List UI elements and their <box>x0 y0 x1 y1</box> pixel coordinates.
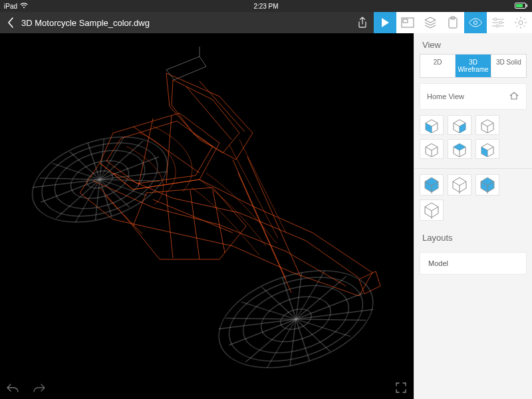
clipboard-tool[interactable] <box>442 12 464 33</box>
svg-point-7 <box>473 21 477 24</box>
app-topbar: 3D Motorcycle Sample_color.dwg <box>0 12 532 33</box>
back-button[interactable] <box>0 17 21 28</box>
redo-button[interactable] <box>32 380 47 395</box>
home-view-label: Home View <box>427 92 464 100</box>
gear-icon <box>514 16 527 29</box>
svg-line-48 <box>190 190 200 259</box>
svg-line-39 <box>225 277 366 361</box>
fullscreen-button[interactable] <box>394 380 408 395</box>
svg-rect-4 <box>403 19 408 23</box>
svg-line-41 <box>186 86 231 140</box>
cube-face-back[interactable] <box>475 115 499 135</box>
eye-icon <box>468 18 483 27</box>
iso-preset-1[interactable] <box>420 174 444 196</box>
layouts-section-title: Layouts <box>414 226 532 247</box>
undo-button[interactable] <box>5 380 20 395</box>
view-panel: View 2D 3D Wireframe 3D Solid Home View <box>414 33 532 399</box>
cube-face-left[interactable] <box>420 139 444 159</box>
model-canvas[interactable] <box>0 33 414 399</box>
device-label: iPad <box>4 3 17 10</box>
svg-point-8 <box>494 18 497 21</box>
battery-icon <box>515 3 528 10</box>
document-title: 3D Motorcycle Sample_color.dwg <box>21 18 150 28</box>
clipboard-icon <box>448 16 458 29</box>
cube-face-bottom[interactable] <box>475 139 499 159</box>
iso-preset-2[interactable] <box>448 174 471 196</box>
wifi-icon <box>20 3 28 10</box>
svg-point-11 <box>519 21 523 25</box>
wireframe-rendering <box>0 33 414 399</box>
sliders-tool[interactable] <box>487 12 509 33</box>
home-view-button[interactable]: Home View <box>420 83 527 110</box>
svg-rect-2 <box>527 4 528 7</box>
view-section-title: View <box>414 33 532 54</box>
fullscreen-icon <box>395 382 407 394</box>
viewport-tool[interactable] <box>396 12 419 33</box>
undo-icon <box>6 383 19 392</box>
svg-line-47 <box>166 193 173 258</box>
sliders-icon <box>491 17 505 28</box>
chevron-left-icon <box>7 17 14 28</box>
iso-preset-grid <box>414 169 532 226</box>
share-icon <box>357 17 368 29</box>
ios-statusbar: iPad 2:23 PM <box>0 0 532 12</box>
iso-preset-3[interactable] <box>475 174 499 196</box>
view-mode-segmented: 2D 3D Wireframe 3D Solid <box>420 54 527 78</box>
cube-face-front[interactable] <box>420 115 444 135</box>
play-button[interactable] <box>374 12 396 33</box>
cube-face-right[interactable] <box>448 115 471 135</box>
layers-tool[interactable] <box>419 12 442 33</box>
settings-tool[interactable] <box>509 12 532 33</box>
svg-line-46 <box>153 200 233 233</box>
svg-rect-1 <box>516 4 523 7</box>
cube-face-grid <box>414 110 532 164</box>
share-button[interactable] <box>351 12 374 33</box>
viewport-icon <box>401 17 414 28</box>
cube-face-top[interactable] <box>448 139 471 159</box>
layout-item-model[interactable]: Model <box>420 252 527 275</box>
svg-line-45 <box>166 116 172 184</box>
layers-icon <box>424 17 437 29</box>
play-icon <box>380 17 390 28</box>
svg-line-25 <box>40 143 160 216</box>
view-mode-3d-wireframe[interactable]: 3D Wireframe <box>455 55 490 77</box>
svg-point-9 <box>499 21 502 24</box>
svg-line-42 <box>200 81 245 132</box>
svg-point-10 <box>496 25 499 27</box>
clock: 2:23 PM <box>253 3 278 10</box>
view-mode-3d-solid[interactable]: 3D Solid <box>491 55 526 77</box>
home-icon <box>509 90 519 102</box>
redo-icon <box>33 383 46 392</box>
iso-preset-4[interactable] <box>420 200 444 221</box>
view-tool[interactable] <box>464 12 487 33</box>
view-mode-2d[interactable]: 2D <box>420 55 455 77</box>
